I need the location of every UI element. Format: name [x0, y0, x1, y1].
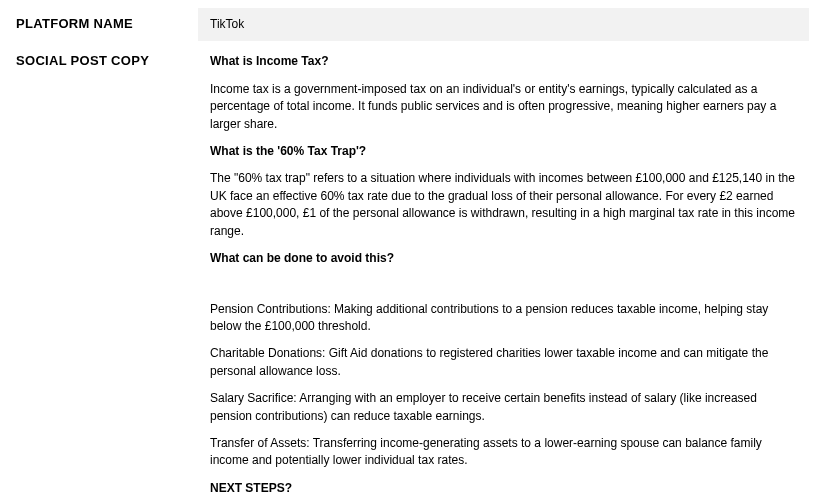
copy-paragraph: Salary Sacrifice: Arranging with an empl… — [210, 390, 797, 425]
copy-heading: NEXT STEPS? — [210, 480, 797, 497]
copy-heading: What can be done to avoid this? — [210, 250, 797, 267]
copy-heading: What is the '60% Tax Trap'? — [210, 143, 797, 160]
copy-paragraph: The "60% tax trap" refers to a situation… — [210, 170, 797, 240]
platform-value: TikTok — [198, 8, 809, 41]
copy-paragraph: Income tax is a government-imposed tax o… — [210, 81, 797, 133]
copy-spacer — [210, 277, 797, 294]
platform-row: PLATFORM NAME TikTok — [8, 8, 809, 41]
copy-paragraph: Charitable Donations: Gift Aid donations… — [210, 345, 797, 380]
copy-row: SOCIAL POST COPY What is Income Tax?Inco… — [8, 45, 809, 503]
copy-value: What is Income Tax?Income tax is a gover… — [198, 45, 809, 503]
copy-paragraph: Pension Contributions: Making additional… — [210, 301, 797, 336]
copy-paragraph: Transfer of Assets: Transferring income-… — [210, 435, 797, 470]
platform-label: PLATFORM NAME — [8, 8, 198, 41]
copy-heading: What is Income Tax? — [210, 53, 797, 70]
copy-label: SOCIAL POST COPY — [8, 45, 198, 503]
